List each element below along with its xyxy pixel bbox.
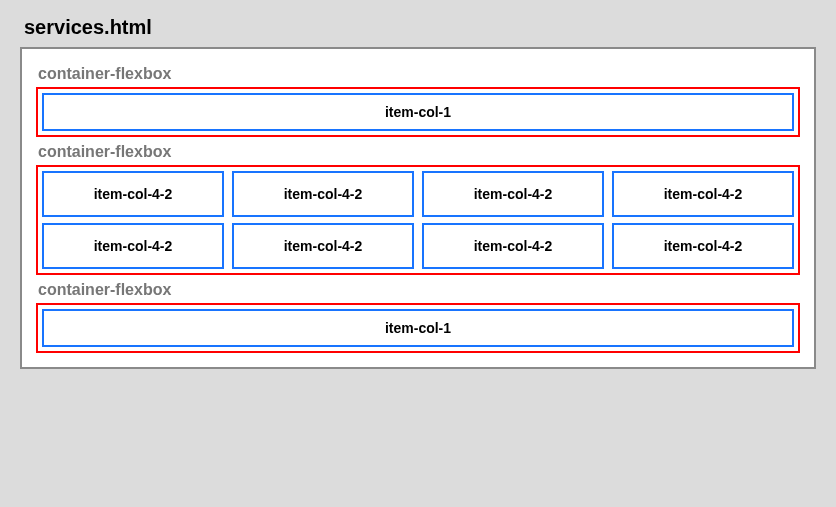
container-label: container-flexbox: [38, 281, 800, 299]
item-col-4-2: item-col-4-2: [422, 171, 604, 217]
item-col-4-2: item-col-4-2: [232, 223, 414, 269]
item-col-1: item-col-1: [42, 93, 794, 131]
container-label: container-flexbox: [38, 143, 800, 161]
layout-diagram: container-flexbox item-col-1 container-f…: [20, 47, 816, 369]
item-col-4-2: item-col-4-2: [42, 223, 224, 269]
item-col-4-2: item-col-4-2: [422, 223, 604, 269]
item-col-1: item-col-1: [42, 309, 794, 347]
item-col-4-2: item-col-4-2: [232, 171, 414, 217]
page-title: services.html: [24, 16, 816, 39]
container-flexbox: item-col-1: [36, 303, 800, 353]
item-col-4-2: item-col-4-2: [612, 171, 794, 217]
container-flexbox: item-col-1: [36, 87, 800, 137]
item-col-4-2: item-col-4-2: [42, 171, 224, 217]
item-col-4-2: item-col-4-2: [612, 223, 794, 269]
container-flexbox: item-col-4-2 item-col-4-2 item-col-4-2 i…: [36, 165, 800, 275]
container-label: container-flexbox: [38, 65, 800, 83]
